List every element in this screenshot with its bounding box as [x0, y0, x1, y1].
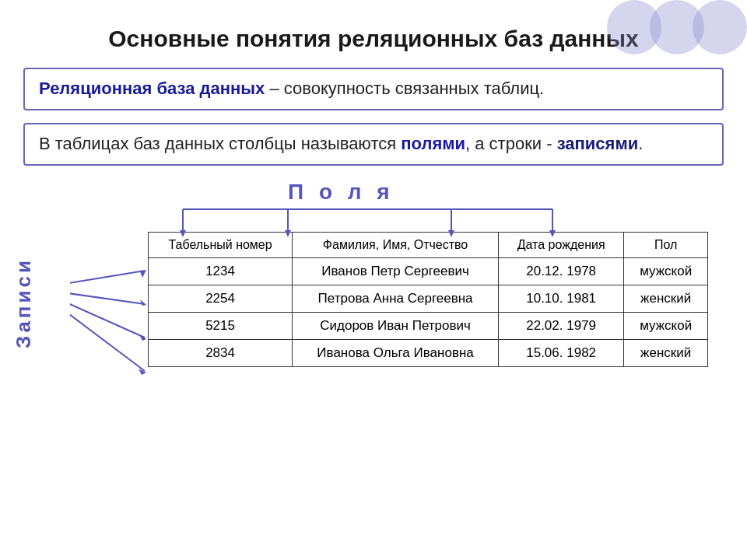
table-row: 5215Сидоров Иван Петрович22.02. 1979мужс… [149, 312, 708, 339]
svg-line-15 [70, 289, 145, 371]
cell-0-1: Иванов Петр Сергеевич [293, 257, 499, 285]
cell-1-2: 10.10. 1981 [499, 285, 624, 312]
col-header-2: Фамилия, Имя, Отчество [293, 232, 499, 257]
cell-0-0: 1234 [149, 257, 293, 285]
info-before: В таблицах баз данных столбцы называются [39, 134, 401, 153]
decorative-circles [607, 0, 747, 54]
records-label: Записи [12, 257, 36, 348]
svg-marker-10 [140, 270, 146, 278]
info-box: В таблицах баз данных столбцы называются… [23, 123, 724, 166]
col-header-3: Дата рождения [499, 232, 624, 257]
table-header-row: Табельный номер Фамилия, Имя, Отчество Д… [149, 232, 708, 257]
diagram-area: Записи П о л я Табельный номер Фамилия, … [70, 180, 724, 367]
definition-term: Реляционная база данных [39, 79, 265, 98]
cell-3-2: 15.06. 1982 [499, 339, 624, 366]
table-row: 1234Иванов Петр Сергеевич20.12. 1978мужс… [149, 257, 708, 285]
info-middle: , а строки - [465, 134, 557, 153]
svg-marker-12 [140, 299, 146, 306]
fields-label: П о л я [288, 180, 724, 205]
table-row: 2834Иванова Ольга Ивановна15.06. 1982жен… [149, 339, 708, 366]
svg-marker-16 [139, 369, 146, 375]
info-records: записями [557, 134, 639, 153]
cell-1-3: женский [624, 285, 708, 312]
svg-marker-14 [139, 334, 146, 341]
cell-3-3: женский [624, 339, 708, 366]
cell-3-0: 2834 [149, 339, 293, 366]
table-wrapper: Табельный номер Фамилия, Имя, Отчество Д… [148, 232, 724, 367]
col-header-4: Пол [624, 232, 708, 257]
table-row: 2254Петрова Анна Сергеевна10.10. 1981жен… [149, 285, 708, 312]
cell-1-1: Петрова Анна Сергеевна [293, 285, 499, 312]
cell-0-3: мужской [624, 257, 708, 285]
cell-2-2: 22.02. 1979 [499, 312, 624, 339]
slide: Основные понятия реляционных баз данных … [0, 0, 747, 560]
cell-2-0: 5215 [149, 312, 293, 339]
cell-2-1: Сидоров Иван Петрович [293, 312, 499, 339]
deco-circle-3 [693, 0, 747, 54]
cell-1-0: 2254 [149, 285, 293, 312]
col-header-1: Табельный номер [149, 232, 293, 257]
definition-rest: – совокупность связанных таблиц. [265, 79, 544, 98]
info-fields: полями [401, 134, 465, 153]
definition-box: Реляционная база данных – совокупность с… [23, 68, 724, 110]
cell-2-3: мужской [624, 312, 708, 339]
database-table: Табельный номер Фамилия, Имя, Отчество Д… [148, 232, 708, 367]
info-end: . [638, 134, 643, 153]
svg-line-11 [70, 289, 145, 304]
cell-3-1: Иванова Ольга Ивановна [293, 339, 499, 366]
cell-0-2: 20.12. 1978 [499, 257, 624, 285]
records-label-wrapper: Записи [12, 257, 36, 352]
svg-line-9 [70, 271, 145, 289]
svg-line-13 [70, 289, 145, 338]
